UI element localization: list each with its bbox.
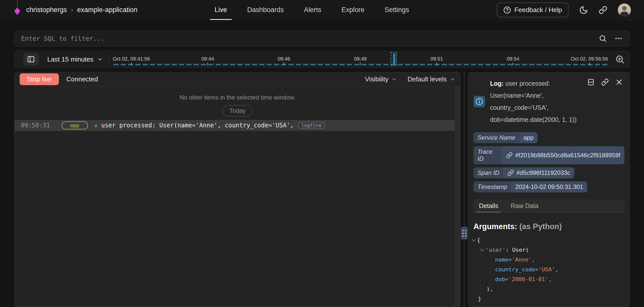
logfire-logo-icon[interactable] <box>14 3 21 18</box>
chevron-down-icon <box>97 56 103 62</box>
meta-chip-value-text: #d5c996f11192033c <box>516 169 570 176</box>
timeline-tick-mark <box>360 63 360 65</box>
nav-item-live[interactable]: Live <box>215 0 227 20</box>
timeline-tick-label: 09:46 <box>278 56 290 62</box>
nav-left: christophergs › example-application <box>14 3 138 18</box>
timeline-tick-mark <box>589 63 590 65</box>
breadcrumb-project[interactable]: example-application <box>77 6 137 14</box>
resize-handle-icon[interactable] <box>461 227 468 240</box>
meta-chip-value-text: #f2019b98b550cd8a61546c2f9188959f <box>515 152 620 159</box>
code-token: , <box>548 276 552 282</box>
log-row[interactable]: 09:50:31 app ◆ user processed: User(name… <box>15 120 455 131</box>
breadcrumb-org[interactable]: christophergs <box>26 6 67 14</box>
live-view-body: No older items in the selected time wind… <box>15 86 460 307</box>
logo-line <box>17 0 18 8</box>
code-line: name='Anne', <box>473 255 624 265</box>
log-title-prefix: Log: <box>490 80 504 87</box>
timeline-tick-label: Oct 02, 09:41:56 <box>113 56 150 62</box>
log-message: user processed: User(name='Anne', countr… <box>101 122 294 129</box>
code-line: country_code='USA', <box>473 265 624 274</box>
code-token: , <box>555 266 558 273</box>
meta-chip-value: 2024-10-02 09:50:31.301 <box>511 181 587 192</box>
timeline-zoom-in-button[interactable] <box>615 54 625 64</box>
meta-chip-value-text: 2024-10-02 09:50:31.301 <box>515 183 583 190</box>
time-range-selector[interactable]: Last 15 minutes <box>47 56 103 63</box>
breadcrumb-separator-icon: › <box>71 6 73 14</box>
nav-item-alerts[interactable]: Alerts <box>304 0 321 20</box>
log-timestamp: 09:50:31 <box>21 122 50 129</box>
code-token: : User( <box>505 247 529 253</box>
timeline-event-spike[interactable] <box>391 52 397 66</box>
timeline-tick-label: 09:49 <box>354 56 367 62</box>
nav-item-settings[interactable]: Settings <box>385 0 409 20</box>
nav-right: Feedback / Help <box>497 0 631 20</box>
meta-chip-trace-id: Trace ID#f2019b98b550cd8a61546c2f9188959… <box>473 146 624 164</box>
sidebar-toggle-button[interactable] <box>23 53 39 66</box>
copy-link-icon[interactable] <box>601 78 609 86</box>
meta-chip-span-id: Span ID#d5c996f11192033c <box>473 167 574 178</box>
feedback-help-label: Feedback / Help <box>514 6 562 14</box>
code-line: ), <box>473 284 624 294</box>
timeline-tick-label: Oct 02, 09:56:56 <box>571 56 608 62</box>
detail-panel-actions <box>587 78 623 86</box>
code-token: 'USA' <box>538 266 555 273</box>
meta-chip-value[interactable]: #d5c996f11192033c <box>503 167 574 178</box>
chevron-down-icon <box>391 77 397 82</box>
log-title-text: Log: user processed: User(name='Anne', c… <box>490 77 578 126</box>
log-level-diamond-icon: ◆ <box>94 122 98 129</box>
log-detail-panel: Log: user processed: User(name='Anne', c… <box>468 72 630 307</box>
collapse-chevron-icon[interactable] <box>479 249 486 251</box>
stop-live-button[interactable]: Stop live <box>20 73 59 85</box>
code-token: country_code= <box>495 266 538 273</box>
default-levels-label: Default levels <box>408 75 447 83</box>
code-token: name= <box>495 257 512 263</box>
timeline-tick-label: 09:54 <box>507 56 519 62</box>
timeline-tick-mark <box>513 63 513 65</box>
logo-diamond-icon <box>14 7 20 15</box>
meta-chip-label: Service Name <box>473 132 519 143</box>
more-options-icon[interactable] <box>614 34 623 43</box>
search-icon[interactable] <box>599 34 607 42</box>
code-line: { <box>473 235 624 245</box>
meta-chip-label: Span ID <box>473 167 503 178</box>
split-view-icon[interactable] <box>587 78 595 86</box>
scrollbar[interactable] <box>455 86 460 307</box>
top-nav: christophergs › example-application Live… <box>0 0 644 20</box>
connection-status: Connected <box>66 75 98 83</box>
live-view-header: Stop live Connected Visibility Default l… <box>15 72 460 86</box>
share-link-icon[interactable] <box>599 6 607 14</box>
nav-item-dashboards[interactable]: Dashboards <box>247 0 284 20</box>
link-icon[interactable] <box>507 170 514 176</box>
meta-chip-timestamp: Timestamp2024-10-02 09:50:31.301 <box>473 181 587 192</box>
today-button[interactable]: Today <box>222 105 253 117</box>
nav-item-explore[interactable]: Explore <box>341 0 365 20</box>
panel-resizer[interactable] <box>461 72 468 307</box>
feedback-help-button[interactable]: Feedback / Help <box>497 3 569 17</box>
visibility-label: Visibility <box>365 75 388 83</box>
time-range-label: Last 15 minutes <box>47 56 94 63</box>
empty-window-message: No older items in the selected time wind… <box>15 94 460 101</box>
collapse-chevron-icon[interactable] <box>470 239 477 241</box>
default-levels-dropdown[interactable]: Default levels <box>408 75 455 83</box>
tab-raw-data[interactable]: Raw Data <box>508 199 541 212</box>
sql-filter-input[interactable] <box>21 35 599 42</box>
code-line: } <box>473 294 624 304</box>
meta-chip-label: Trace ID <box>473 146 502 164</box>
chevron-down-icon <box>450 77 455 82</box>
timeline-tick-label: 09:51 <box>430 56 443 62</box>
close-panel-icon[interactable] <box>615 78 623 86</box>
primary-nav: LiveDashboardsAlertsExploreSettings <box>215 0 409 20</box>
arguments-code-tree: {'user': User(name='Anne',country_code='… <box>473 235 624 304</box>
timeline-tick-mark <box>131 63 132 65</box>
link-icon[interactable] <box>506 152 513 159</box>
visibility-dropdown[interactable]: Visibility <box>365 75 397 83</box>
meta-chip-service-name: Service Nameapp <box>473 132 538 143</box>
tab-details[interactable]: Details <box>476 199 501 212</box>
user-avatar[interactable] <box>618 4 631 17</box>
meta-chip-value[interactable]: #f2019b98b550cd8a61546c2f9188959f <box>502 146 624 164</box>
timeline-histogram[interactable]: Oct 02, 09:41:5609:4409:4609:4909:5109:5… <box>109 51 609 68</box>
code-token: '2000-01-01' <box>508 276 548 282</box>
timeline-spike-bar <box>393 54 395 65</box>
theme-toggle-moon-icon[interactable] <box>579 6 588 15</box>
question-circle-icon <box>503 6 511 14</box>
